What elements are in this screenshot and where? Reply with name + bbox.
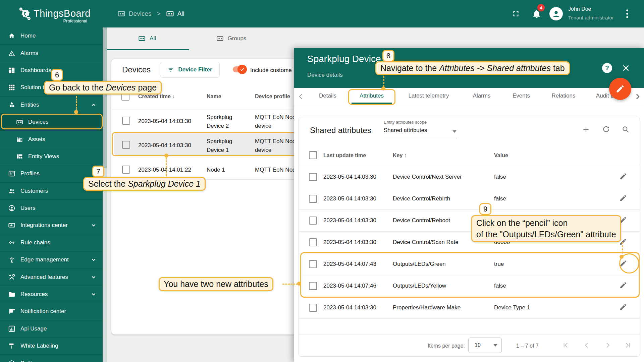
tabs-scroll-right-icon[interactable] <box>634 93 642 101</box>
profiles-badge-icon <box>8 170 15 177</box>
sidebar-item-settings[interactable]: Settings <box>0 355 103 362</box>
row-checkbox[interactable] <box>309 304 317 312</box>
refresh-icon[interactable] <box>602 125 610 134</box>
panel-tabs: Details Attributes Latest telemetry Alar… <box>294 88 644 105</box>
column-header-last-update-time[interactable]: Last update time <box>323 153 366 159</box>
tab-latest-telemetry[interactable]: Latest telemetry <box>407 93 450 99</box>
toggle-thumb-check-icon[interactable] <box>237 65 247 74</box>
rule-chains-icon <box>8 239 15 246</box>
callout-7-connector <box>166 158 167 176</box>
customers-people-icon <box>8 187 15 195</box>
paint-roller-icon <box>8 342 15 350</box>
tabs-scroll-left-icon[interactable] <box>297 93 305 101</box>
sort-asc-icon: ↑ <box>404 153 407 158</box>
sidebar-item-entities[interactable]: Entities <box>0 97 103 114</box>
chevron-up-icon[interactable] <box>90 101 97 109</box>
callout-new-attributes-box: You have two new attributes <box>159 277 273 291</box>
chevron-down-icon[interactable] <box>90 274 97 281</box>
sidebar-item-advanced-features[interactable]: Advanced features <box>0 268 103 286</box>
sidebar-item-resources[interactable]: Resources <box>0 286 103 303</box>
chevron-down-icon[interactable] <box>90 256 97 263</box>
callout-9-dot <box>620 255 624 259</box>
row-checkbox[interactable] <box>122 166 130 174</box>
entities-icon <box>8 101 15 109</box>
tab-events[interactable]: Events <box>512 93 531 99</box>
pagination-range: 1 – 7 of 7 <box>516 343 539 349</box>
column-header-name[interactable]: Name <box>207 94 221 100</box>
column-header-value[interactable]: Value <box>494 153 508 159</box>
row-checkbox[interactable] <box>309 195 317 203</box>
divider <box>299 188 640 188</box>
breadcrumb-devices[interactable]: Devices <box>129 10 152 17</box>
row-checkbox[interactable] <box>309 217 317 225</box>
breadcrumb-all[interactable]: All <box>177 10 184 17</box>
sidebar-item-rule-chains[interactable]: Rule chains <box>0 234 103 251</box>
tab-relations[interactable]: Relations <box>551 93 576 99</box>
callout-6-connector <box>76 96 77 111</box>
avatar[interactable] <box>549 7 563 20</box>
solution-templates-icon <box>8 84 15 91</box>
tab-alarms[interactable]: Alarms <box>472 93 491 99</box>
sidebar-item-entity-views[interactable]: Entity Views <box>0 148 103 165</box>
items-per-page-select[interactable]: 10 <box>468 338 502 353</box>
callout-9-number: 9 <box>479 203 491 215</box>
scope-select-label: Entity attributes scope <box>384 120 427 125</box>
select-caret-icon <box>493 344 497 347</box>
previous-page-icon[interactable] <box>582 341 591 350</box>
devices-group-icon <box>216 35 224 42</box>
next-page-icon[interactable] <box>603 341 612 350</box>
tutorial-highlight-attributes-tab <box>348 89 395 105</box>
row-checkbox[interactable] <box>309 238 317 246</box>
alarm-warning-icon <box>8 50 15 57</box>
help-icon[interactable]: ? <box>602 63 612 73</box>
first-page-icon[interactable] <box>561 341 570 350</box>
device-filter-button[interactable]: Device Filter <box>160 62 220 78</box>
dashboards-icon <box>8 67 15 74</box>
include-customers-label: Include custome <box>250 67 292 74</box>
chevron-down-icon[interactable] <box>90 291 97 298</box>
devices-icon <box>138 35 146 42</box>
sidebar-item-white-labeling[interactable]: White Labeling <box>0 338 103 355</box>
notification-bubble-icon <box>8 308 15 315</box>
tab-groups[interactable]: Groups <box>189 27 273 49</box>
scope-select-value[interactable]: Shared attributes <box>384 127 427 134</box>
add-attribute-icon[interactable] <box>582 125 590 134</box>
notifications-count-badge: 4 <box>537 4 545 11</box>
last-page-icon[interactable] <box>624 341 632 350</box>
gear-icon <box>8 360 15 362</box>
row-checkbox[interactable] <box>309 173 317 181</box>
select-all-checkbox[interactable] <box>309 151 317 159</box>
fullscreen-icon[interactable] <box>512 9 520 18</box>
callout-8-number: 8 <box>382 50 394 62</box>
edit-pencil-icon[interactable] <box>619 172 627 180</box>
edge-antenna-icon <box>8 256 15 263</box>
breadcrumb-separator: > <box>157 10 161 17</box>
sidebar-scrollbar-thumb[interactable] <box>103 27 107 168</box>
edit-pencil-icon[interactable] <box>619 194 627 202</box>
tab-details[interactable]: Details <box>318 93 338 99</box>
sidebar-item-edge-management[interactable]: Edge management <box>0 251 103 268</box>
panel-subtitle: Device details <box>307 72 343 78</box>
column-header-key[interactable]: Key ↑ <box>393 153 407 159</box>
sidebar-item-home[interactable]: Home <box>0 27 103 45</box>
edit-pencil-icon[interactable] <box>619 303 627 311</box>
search-icon[interactable] <box>621 125 630 134</box>
row-checkbox[interactable] <box>122 117 130 125</box>
sort-desc-icon: ↓ <box>172 94 175 99</box>
sidebar-item-users[interactable]: Users <box>0 200 103 217</box>
tab-all[interactable]: All <box>105 27 189 49</box>
kebab-menu-icon[interactable] <box>625 9 630 19</box>
sidebar-item-alarms[interactable]: Alarms <box>0 45 103 62</box>
column-header-device-profile[interactable]: Device profile <box>255 94 290 100</box>
thingsboard-app: ThingsBoard Professional Devices > All 4… <box>0 0 644 362</box>
tools-icon <box>8 274 15 281</box>
sidebar-item-api-usage[interactable]: Api Usage <box>0 320 103 338</box>
sidebar-item-notification-center[interactable]: Notification center <box>0 303 103 320</box>
edit-fab-pencil-icon[interactable] <box>609 78 631 100</box>
chevron-down-icon[interactable] <box>90 222 97 229</box>
app-subtitle: Professional <box>50 18 87 23</box>
close-icon[interactable] <box>622 64 630 72</box>
scope-select-caret-icon[interactable] <box>452 130 457 133</box>
sidebar-item-integrations-center[interactable]: Integrations center <box>0 217 103 234</box>
sidebar-item-assets[interactable]: Assets <box>0 131 103 148</box>
